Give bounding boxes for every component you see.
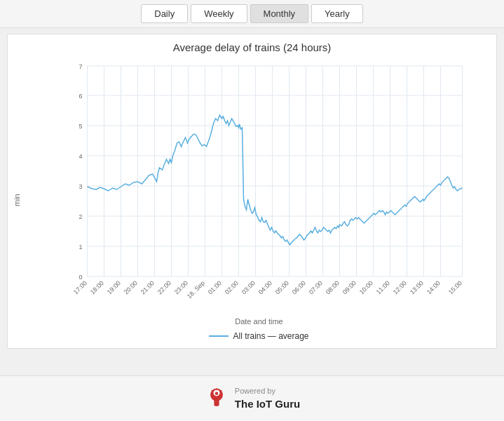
svg-text:0: 0 <box>79 274 82 281</box>
legend-line-icon <box>209 335 229 337</box>
svg-text:11:00: 11:00 <box>375 279 391 295</box>
chart-svg: .grid-line { stroke: #e0e8f0; stroke-wid… <box>25 59 493 312</box>
svg-text:21:00: 21:00 <box>139 279 156 295</box>
svg-text:05:00: 05:00 <box>274 279 290 295</box>
chart-title: Average delay of trains (24 hours) <box>11 41 493 53</box>
svg-text:6: 6 <box>79 93 82 100</box>
tab-monthly[interactable]: Monthly <box>250 4 309 23</box>
x-axis-label: Date and time <box>25 317 493 326</box>
svg-text:14:00: 14:00 <box>425 279 442 295</box>
svg-text:07:00: 07:00 <box>308 279 324 295</box>
chart-container: min .grid-line { stroke: #e0e8f0; stroke… <box>11 59 493 341</box>
svg-text:09:00: 09:00 <box>341 279 357 295</box>
x-axis-ticks: 17:00 18:00 19:00 20:00 21:00 22:00 23:0… <box>72 279 463 300</box>
svg-text:08:00: 08:00 <box>325 279 341 295</box>
footer-logo-icon <box>204 386 229 411</box>
chart-panel: Average delay of trains (24 hours) min .… <box>7 34 497 349</box>
svg-text:4: 4 <box>79 153 82 160</box>
svg-text:15:00: 15:00 <box>447 279 463 295</box>
svg-text:06:00: 06:00 <box>291 279 307 295</box>
tab-bar: Daily Weekly Monthly Yearly <box>0 0 504 28</box>
svg-text:03:00: 03:00 <box>240 279 257 295</box>
svg-text:12:00: 12:00 <box>392 279 408 295</box>
svg-text:2: 2 <box>79 213 82 220</box>
brand-label: The IoT Guru <box>235 396 300 411</box>
svg-text:17:00: 17:00 <box>72 279 88 295</box>
svg-text:5: 5 <box>79 123 82 130</box>
svg-text:22:00: 22:00 <box>156 279 172 295</box>
svg-text:18:00: 18:00 <box>89 279 105 295</box>
svg-text:02:00: 02:00 <box>224 279 240 295</box>
chart-area: .grid-line { stroke: #e0e8f0; stroke-wid… <box>25 59 493 341</box>
tab-yearly[interactable]: Yearly <box>311 4 363 23</box>
svg-text:7: 7 <box>79 63 82 70</box>
svg-text:19:00: 19:00 <box>106 279 122 295</box>
footer: Powered by The IoT Guru <box>0 375 504 421</box>
svg-text:01:00: 01:00 <box>207 279 223 295</box>
svg-text:20:00: 20:00 <box>123 279 139 295</box>
legend: All trains — average <box>25 331 493 341</box>
svg-text:13:00: 13:00 <box>409 279 425 295</box>
svg-text:10:00: 10:00 <box>358 279 374 295</box>
chart-data-line <box>88 115 463 245</box>
svg-text:04:00: 04:00 <box>257 279 273 295</box>
svg-text:18. Sep: 18. Sep <box>186 279 206 300</box>
y-axis-label: min <box>11 59 25 341</box>
powered-by-label: Powered by <box>235 386 300 396</box>
footer-text: Powered by The IoT Guru <box>235 386 300 411</box>
legend-label: All trains — average <box>233 331 308 341</box>
svg-text:1: 1 <box>79 243 82 250</box>
svg-point-65 <box>215 392 219 396</box>
svg-text:3: 3 <box>79 183 82 190</box>
tab-weekly[interactable]: Weekly <box>191 4 247 23</box>
tab-daily[interactable]: Daily <box>141 4 188 23</box>
svg-rect-64 <box>214 400 219 406</box>
